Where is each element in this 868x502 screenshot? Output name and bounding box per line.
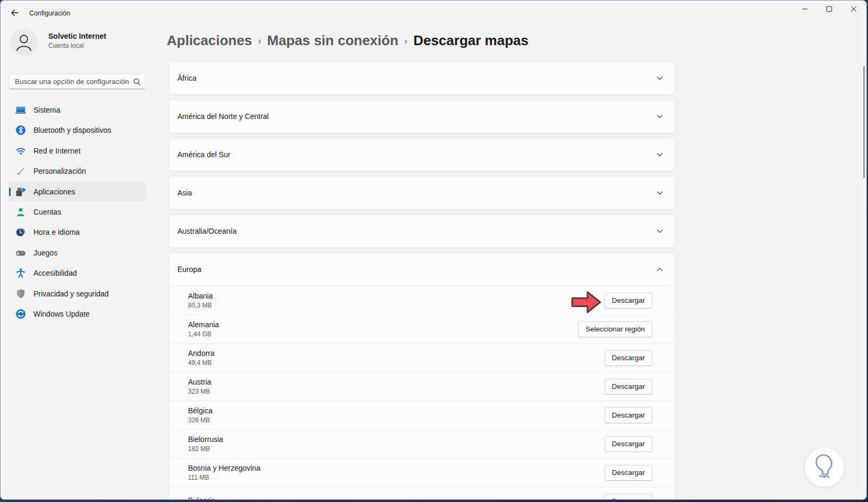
region-header-america-sur[interactable]: América del Sur xyxy=(169,138,675,171)
alemania-action-button[interactable]: Seleccionar región xyxy=(578,321,652,337)
region-card-africa: África xyxy=(168,61,675,95)
country-name: Bosnia y Herzegovina xyxy=(188,464,260,473)
region-label: Europa xyxy=(177,265,201,274)
minimize-icon xyxy=(802,6,808,14)
region-label: América del Norte y Central xyxy=(177,112,269,121)
country-name: Bielorrusia xyxy=(188,435,223,444)
region-label: Australia/Oceanía xyxy=(177,227,236,235)
belgica-action-button[interactable]: Descargar xyxy=(605,407,652,423)
accessibility-icon xyxy=(15,268,26,278)
region-card-america-sur: América del Sur xyxy=(168,138,675,172)
sidebar-item-label: Hora e idioma xyxy=(33,228,80,236)
region-header-europa[interactable]: Europa xyxy=(169,253,675,286)
maximize-icon xyxy=(826,6,832,14)
network-icon xyxy=(15,146,26,156)
close-icon xyxy=(850,6,857,14)
sidebar-item-hora-idioma[interactable]: Hora e idioma xyxy=(8,223,146,242)
sidebar-item-red-internet[interactable]: Red e Internet xyxy=(8,141,146,160)
breadcrumb-separator: › xyxy=(258,35,261,47)
sidebar-item-label: Bluetooth y dispositivos xyxy=(33,126,111,134)
country-info: Bélgica326 MB xyxy=(188,406,212,424)
accounts-icon xyxy=(15,207,26,217)
vertical-scrollbar[interactable] xyxy=(863,66,865,178)
sidebar-item-aplicaciones[interactable]: Aplicaciones xyxy=(8,182,146,201)
chevron-down-icon xyxy=(656,189,664,197)
sidebar-item-label: Juegos xyxy=(33,249,57,257)
country-name: Andorra xyxy=(188,349,215,358)
update-icon xyxy=(15,309,26,319)
region-card-asia: Asia xyxy=(168,176,675,210)
country-info: Bosnia y Herzegovina111 MB xyxy=(188,464,260,482)
sidebar: Solvetic Internet Cuenta local SistemaBl… xyxy=(1,26,155,499)
country-info: Bielorrusia182 MB xyxy=(188,435,223,453)
chevron-up-icon xyxy=(656,265,664,274)
andorra-action-button[interactable]: Descargar xyxy=(605,350,652,366)
back-arrow-icon xyxy=(10,8,20,19)
sidebar-item-label: Sistema xyxy=(33,106,61,114)
sidebar-item-privacidad-seguridad[interactable]: Privacidad y seguridad xyxy=(8,284,146,303)
account-type: Cuenta local xyxy=(48,42,106,49)
sidebar-item-cuentas[interactable]: Cuentas xyxy=(8,202,146,222)
sidebar-item-sistema[interactable]: Sistema xyxy=(8,100,146,120)
search-box xyxy=(9,74,146,89)
region-header-america-norte-central[interactable]: América del Norte y Central xyxy=(169,100,675,133)
maximize-button[interactable] xyxy=(817,1,841,19)
country-name: Austria xyxy=(188,378,211,387)
bluetooth-icon xyxy=(15,125,26,135)
sidebar-item-label: Aplicaciones xyxy=(33,188,75,196)
bosnia-y-herzegovina-action-button[interactable]: Descargar xyxy=(605,465,652,481)
region-card-america-norte-central: América del Norte y Central xyxy=(168,99,675,133)
window-title: Configuración xyxy=(29,10,70,17)
country-row-albania: Albania80,3 MBDescargar xyxy=(169,286,675,314)
sidebar-nav: SistemaBluetooth y dispositivosRed e Int… xyxy=(8,100,146,324)
breadcrumb: Aplicaciones›Mapas sin conexión›Descarga… xyxy=(167,29,529,52)
country-size: 111 MB xyxy=(188,474,260,482)
chevron-down-icon xyxy=(656,227,664,235)
country-info: Bulgaria xyxy=(188,496,215,500)
country-size: 182 MB xyxy=(188,445,223,453)
country-row-andorra: Andorra49,4 MBDescargar xyxy=(169,343,675,372)
personalization-icon xyxy=(15,166,26,176)
back-button[interactable] xyxy=(6,5,24,21)
country-info: Andorra49,4 MB xyxy=(188,349,215,367)
sidebar-item-personalizacion[interactable]: Personalización xyxy=(8,161,146,181)
titlebar: Configuración xyxy=(1,1,866,26)
bielorrusia-action-button[interactable]: Descargar xyxy=(605,436,652,452)
settings-window: Configuración Solvetic Internet Cuenta l… xyxy=(0,0,867,500)
account-card: Solvetic Internet Cuenta local xyxy=(10,28,106,56)
close-button[interactable] xyxy=(841,1,866,19)
country-row-bosnia-y-herzegovina: Bosnia y Herzegovina111 MBDescargar xyxy=(169,458,675,487)
country-list: Albania80,3 MBDescargarAlemania1,44 GBSe… xyxy=(169,286,675,500)
country-info: Austria323 MB xyxy=(188,378,211,396)
country-row-alemania: Alemania1,44 GBSeleccionar región xyxy=(169,314,675,343)
region-header-africa[interactable]: África xyxy=(169,62,675,95)
search-input[interactable] xyxy=(9,74,146,89)
breadcrumb-item-mapas-sin-conexion[interactable]: Mapas sin conexión xyxy=(267,32,398,49)
bulgaria-action-button[interactable]: Descargar xyxy=(605,494,652,500)
country-name: Alemania xyxy=(188,320,219,329)
region-header-australia-oceania[interactable]: Australia/Oceanía xyxy=(169,215,675,248)
chevron-down-icon xyxy=(656,74,664,82)
country-size: 49,4 MB xyxy=(188,359,215,367)
country-size: 1,44 GB xyxy=(188,330,219,338)
sidebar-item-windows-update[interactable]: Windows Update xyxy=(8,304,146,324)
sidebar-item-bluetooth-dispositivos[interactable]: Bluetooth y dispositivos xyxy=(8,121,146,140)
minimize-button[interactable] xyxy=(793,1,817,19)
chevron-down-icon xyxy=(656,150,664,159)
account-text: Solvetic Internet Cuenta local xyxy=(48,28,106,56)
country-info: Alemania1,44 GB xyxy=(188,320,219,338)
sidebar-item-accesibilidad[interactable]: Accesibilidad xyxy=(8,263,146,283)
time-icon xyxy=(15,227,26,237)
breadcrumb-item-aplicaciones[interactable]: Aplicaciones xyxy=(167,32,252,49)
sidebar-item-label: Red e Internet xyxy=(33,147,81,155)
country-row-bulgaria: BulgariaDescargar xyxy=(169,487,675,500)
apps-icon xyxy=(15,186,26,197)
region-card-europa: EuropaAlbania80,3 MBDescargarAlemania1,4… xyxy=(168,252,675,500)
austria-action-button[interactable]: Descargar xyxy=(605,379,652,395)
lightbulb-icon xyxy=(807,449,842,486)
albania-action-button[interactable]: Descargar xyxy=(605,293,652,309)
breadcrumb-item-descargar-mapas: Descargar mapas xyxy=(413,32,529,49)
sidebar-item-juegos[interactable]: Juegos xyxy=(8,243,146,262)
country-row-austria: Austria323 MBDescargar xyxy=(169,372,675,401)
region-header-asia[interactable]: Asia xyxy=(169,176,675,209)
